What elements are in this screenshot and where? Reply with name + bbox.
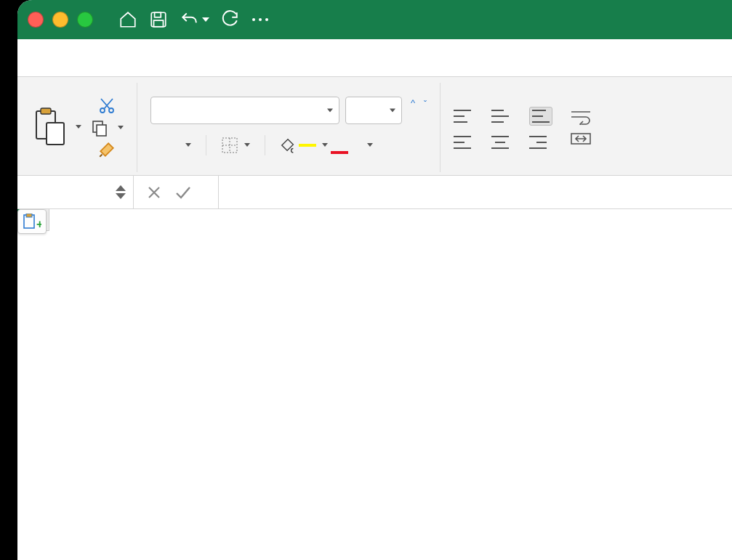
align-right-button[interactable]	[529, 136, 552, 149]
chevron-down-icon	[390, 108, 395, 112]
align-center-button[interactable]	[491, 136, 509, 149]
borders-button[interactable]	[221, 137, 250, 154]
underline-button[interactable]	[180, 143, 191, 147]
svg-rect-2	[154, 20, 164, 27]
undo-icon[interactable]	[179, 9, 199, 30]
column-headers	[49, 209, 732, 231]
font-group: ^ ˇ	[150, 83, 441, 172]
paste-dropdown-icon[interactable]	[76, 125, 81, 129]
ribbon: ^ ˇ	[17, 77, 732, 176]
window-controls	[28, 12, 93, 28]
font-size-select[interactable]	[345, 97, 402, 124]
svg-rect-7	[41, 108, 51, 114]
svg-rect-1	[155, 12, 161, 17]
home-icon[interactable]	[118, 9, 138, 30]
chevron-down-icon	[367, 143, 373, 147]
undo-dropdown-icon[interactable]	[202, 17, 209, 22]
font-family-select[interactable]	[150, 97, 339, 124]
svg-rect-16	[26, 214, 32, 217]
svg-point-5	[265, 18, 268, 21]
font-color-button[interactable]	[342, 143, 373, 147]
chevron-down-icon	[322, 143, 328, 147]
spreadsheet-grid[interactable]: +	[17, 209, 732, 560]
paste-options-button[interactable]: +	[17, 209, 47, 234]
svg-text:+: +	[36, 218, 41, 230]
formula-input[interactable]	[219, 176, 732, 208]
chevron-down-icon	[327, 108, 333, 112]
align-left-button[interactable]	[454, 136, 471, 149]
svg-point-3	[252, 18, 255, 21]
copy-dropdown-icon[interactable]	[118, 126, 124, 129]
svg-rect-8	[47, 123, 64, 145]
more-icon[interactable]	[250, 9, 270, 30]
formula-bar	[17, 176, 732, 209]
app-window: ^ ˇ	[17, 0, 732, 560]
align-top-button[interactable]	[454, 107, 471, 126]
alignment-group	[454, 83, 605, 172]
shrink-font-button[interactable]: ˇ	[421, 105, 427, 115]
undo-group	[179, 9, 209, 30]
format-painter-icon[interactable]	[97, 142, 116, 158]
maximize-window-button[interactable]	[77, 12, 93, 28]
redo-icon[interactable]	[220, 9, 240, 30]
cut-icon[interactable]	[97, 98, 116, 114]
name-box-stepper[interactable]	[116, 185, 126, 199]
minimize-window-button[interactable]	[52, 12, 68, 28]
align-bottom-button[interactable]	[529, 107, 552, 126]
close-window-button[interactable]	[28, 12, 44, 28]
merge-button[interactable]	[570, 131, 592, 147]
chevron-down-icon	[244, 143, 250, 147]
svg-rect-12	[97, 125, 106, 136]
grow-font-button[interactable]: ^	[408, 105, 415, 115]
copy-icon[interactable]	[90, 120, 109, 136]
cancel-formula-button[interactable]	[147, 185, 161, 200]
save-icon[interactable]	[148, 9, 169, 30]
titlebar	[17, 0, 732, 39]
name-box[interactable]	[17, 176, 134, 208]
clipboard-group	[32, 83, 137, 172]
accept-formula-button[interactable]	[174, 185, 192, 200]
fill-color-button[interactable]	[280, 137, 328, 153]
svg-point-4	[259, 18, 262, 21]
chevron-down-icon	[185, 143, 191, 147]
align-middle-button[interactable]	[491, 107, 509, 126]
formula-controls	[134, 176, 219, 208]
ribbon-tabs	[17, 39, 732, 77]
wrap-text-button[interactable]	[570, 109, 592, 125]
paste-icon[interactable]	[32, 107, 67, 147]
